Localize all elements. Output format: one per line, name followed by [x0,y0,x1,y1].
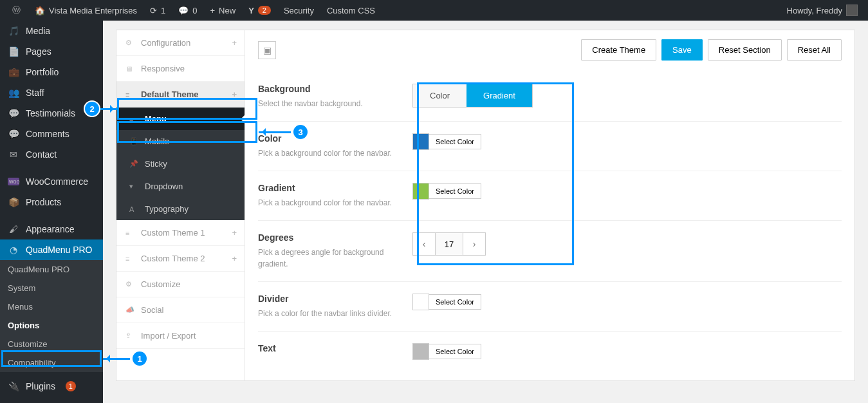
field-gradient: Gradient Pick a background color for the… [258,171,842,221]
howdy-link[interactable]: Howdy, Freddy [782,0,863,21]
degrees-spinner: ‹ › [412,232,486,256]
submenu-compatibility[interactable]: Compatibility [0,353,103,372]
yoast-link[interactable]: Y2 [243,0,276,21]
woo-icon: woo [8,178,19,185]
brush-icon: 🖌 [8,224,19,234]
opt-sub-sticky[interactable]: 📌Sticky [116,153,245,175]
desktop-icon: 🖥 [125,65,134,73]
opt-responsive[interactable]: 🖥Responsive [116,56,245,82]
select-color-button[interactable]: Select Color [429,344,481,359]
sidebar-item-woocommerce[interactable]: wooWooCommerce [0,171,103,192]
field-title: Gradient [258,183,412,193]
select-color-button[interactable]: Select Color [429,294,481,310]
sidebar-item-plugins[interactable]: 🔌Plugins1 [0,376,103,397]
opt-custom-theme-2[interactable]: ≡Custom Theme 2 [116,246,245,272]
field-background: Background Select the navbar background.… [258,72,842,122]
field-desc: Pick a color for the navbar links divide… [258,308,412,319]
save-button[interactable]: Save [661,39,703,61]
annotation-1: 1 [131,350,148,367]
sidebar-item-products[interactable]: 📦Products [0,192,103,212]
field-degrees: Degrees Pick a degrees angle for backgro… [258,221,842,282]
reset-section-button[interactable]: Reset Section [708,39,782,61]
quadmenu-submenu: QuadMenu PRO System Menus Options Custom… [0,260,103,372]
sidebar-item-contact[interactable]: ✉Contact [0,144,103,165]
divider-swatch[interactable] [412,294,429,310]
sidebar-item-staff[interactable]: 👥Staff [0,82,103,103]
bars-icon: ≡ [129,115,138,123]
degrees-input[interactable] [435,233,463,255]
menu-icon: ≡ [125,91,134,98]
menu-icon: ≡ [125,229,134,237]
field-desc: Pick a background color for the navbar. [258,197,412,209]
refresh-icon: ⟳ [150,6,157,15]
options-main: ▣ Create Theme Save Reset Section Reset … [245,30,854,380]
submenu-system[interactable]: System [0,279,103,297]
plugin-icon: 🔌 [8,381,19,391]
upload-icon: ⇪ [125,332,134,340]
opt-customize[interactable]: ⚙Customize [116,272,245,297]
submenu-options[interactable]: Options [0,316,103,335]
wp-adminbar: ⓦ 🏠Vista Media Enterprises ⟳1 💬0 +New Y2… [0,0,868,21]
opt-sub-mobile[interactable]: 📱Mobile [116,130,245,153]
spinner-decrement[interactable]: ‹ [413,233,435,255]
field-title: Color [258,133,412,144]
sidebar-item-pages[interactable]: 📄Pages [0,41,103,62]
reset-all-button[interactable]: Reset All [787,39,842,61]
wp-logo[interactable]: ⓦ [5,0,27,21]
updates-link[interactable]: ⟳1 [145,0,171,21]
submenu-quadmenu-pro[interactable]: QuadMenu PRO [0,260,103,279]
annotation-3: 3 [292,124,309,140]
menu-icon: ≡ [125,255,134,263]
sidebar-item-quadmenu[interactable]: ◔QuadMenu PRO [0,239,103,260]
opt-default-theme[interactable]: ≡Default Theme [116,82,245,108]
select-color-button[interactable]: Select Color [429,134,481,149]
opt-social[interactable]: 📣Social [116,297,245,323]
opt-configuration[interactable]: ⚙Configuration [116,30,245,56]
color-swatch[interactable] [412,133,429,150]
new-content-link[interactable]: +New [205,0,241,21]
security-link[interactable]: Security [279,0,319,21]
field-title: Text [258,343,412,353]
spinner-increment[interactable]: › [463,233,485,255]
text-swatch[interactable] [412,343,429,360]
testimonial-icon: 💬 [8,108,19,118]
panel-logo: ▣ [258,41,276,59]
media-icon: 🎵 [8,26,19,36]
sidebar-item-media[interactable]: 🎵Media [0,21,103,41]
sidebar-item-appearance[interactable]: 🖌Appearance [0,219,103,239]
annotation-arrow-1 [103,358,130,360]
opt-custom-theme-1[interactable]: ≡Custom Theme 1 [116,220,245,246]
opt-sub-menu[interactable]: ≡Menu [116,108,245,130]
comment-icon: 💬 [8,129,19,139]
mail-icon: ✉ [8,149,19,160]
opt-sub-dropdown[interactable]: ▾Dropdown [116,175,245,198]
opt-sub-typography[interactable]: ATypography [116,198,245,220]
options-sidebar: ⚙Configuration 🖥Responsive ≡Default Them… [116,30,245,380]
create-theme-button[interactable]: Create Theme [581,39,656,61]
options-toolbar: ▣ Create Theme Save Reset Section Reset … [258,39,842,61]
select-color-button[interactable]: Select Color [429,183,481,199]
submenu-menus[interactable]: Menus [0,297,103,316]
comments-link[interactable]: 💬0 [173,0,202,21]
default-theme-submenu: ≡Menu 📱Mobile 📌Sticky ▾Dropdown ATypogra… [116,108,245,220]
gear-icon: ⚙ [125,280,134,288]
field-desc: Select the navbar background. [258,98,412,109]
sidebar-item-comments[interactable]: 💬Comments [0,124,103,144]
toggle-gradient[interactable]: Gradient [466,84,532,107]
field-desc: Pick a degrees angle for background grad… [258,247,412,270]
toggle-color[interactable]: Color [413,84,466,107]
gradient-swatch[interactable] [412,183,429,200]
mobile-icon: 📱 [129,137,138,145]
pages-icon: 📄 [8,46,19,57]
wordpress-icon: ⓦ [10,5,22,16]
home-icon: 🏠 [35,6,45,15]
site-name-link[interactable]: 🏠Vista Media Enterprises [30,0,142,21]
annotation-2: 2 [84,100,100,117]
submenu-customize[interactable]: Customize [0,335,103,353]
opt-import-export[interactable]: ⇪Import / Export [116,323,245,349]
field-divider: Divider Pick a color for the navbar link… [258,282,842,332]
sidebar-item-portfolio[interactable]: 💼Portfolio [0,62,103,82]
plus-icon: + [210,6,216,15]
custom-css-link[interactable]: Custom CSS [322,0,380,21]
pin-icon: 📌 [129,160,138,168]
